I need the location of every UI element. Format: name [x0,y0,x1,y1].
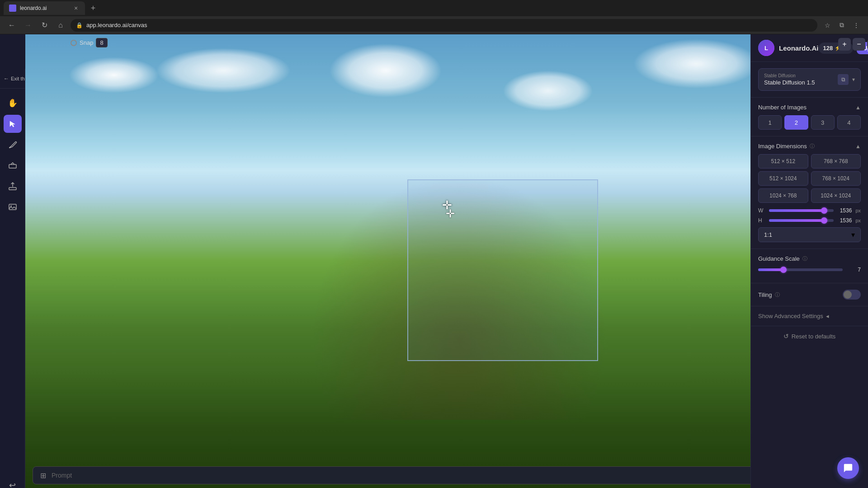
exit-arrow-icon: ← [4,75,9,82]
width-slider-row: W 1536 px [758,207,861,214]
erase-tool[interactable] [4,156,22,174]
dim-768x1024[interactable]: 768 × 1024 [811,171,861,186]
image-tool[interactable] [4,198,22,216]
image-count-grid: 1 2 3 4 [758,115,861,130]
dimensions-presets-grid: 512 × 512 768 × 768 512 × 1024 768 × 102… [758,154,861,203]
prompt-input-area[interactable]: ⊞ Prompt [33,466,826,484]
snap-label: Snap [80,39,93,46]
reload-button[interactable]: ↻ [38,19,51,32]
tools-bottom: ↩ ↪ [4,476,22,488]
draw-tool[interactable] [4,136,22,154]
forward-button[interactable]: → [22,19,34,32]
select-tool[interactable] [4,115,22,133]
avatar: L [758,40,774,56]
guidance-title: Guidance Scale [758,255,800,262]
guidance-info-icon[interactable]: ⓘ [802,255,807,262]
dim-512x512[interactable]: 512 × 512 [758,154,808,169]
height-slider-thumb[interactable] [821,217,827,224]
advanced-settings-arrow: ◂ [826,313,829,319]
dim-1024x1024[interactable]: 1024 × 1024 [811,188,861,203]
reset-icon: ↺ [783,333,789,340]
zoom-out-button[interactable]: − [853,38,865,51]
snap-value[interactable]: 8 [96,38,107,47]
undo-button[interactable]: ↩ [4,476,22,488]
count-3-button[interactable]: 3 [811,115,835,130]
tab-title: leonardo.ai [20,5,69,11]
back-button[interactable]: ← [5,19,18,32]
new-tab-button[interactable]: + [87,2,99,14]
reset-button[interactable]: ↺ Reset to defaults [783,333,836,340]
address-bar[interactable]: 🔒 app.leonardo.ai/canvas [71,19,817,32]
model-selector[interactable]: Stable Diffusion Stable Diffusion 1.5 ⧉ … [758,68,861,91]
dimensions-collapse[interactable]: ▲ [855,143,861,150]
bookmark-button[interactable]: ☆ [821,19,834,32]
upload-tool[interactable] [4,177,22,195]
nav-actions: ☆ ⧉ ⋮ [821,19,863,32]
tiling-info-icon[interactable]: ⓘ [775,291,780,298]
canvas-area[interactable]: Snap 8 + − 25% ✛ This will use 8 tokens … [25,34,868,488]
height-label: H [758,217,765,224]
zoom-in-button[interactable]: + [838,38,851,51]
tiling-toggle[interactable] [843,290,861,300]
tiling-section: Tiling ⓘ [751,283,868,306]
reset-section: ↺ Reset to defaults [751,326,868,346]
home-button[interactable]: ⌂ [54,19,67,32]
advanced-settings-button[interactable]: Show Advanced Settings ◂ [758,313,861,319]
advanced-settings-label: Show Advanced Settings [758,313,823,319]
menu-button[interactable]: ⋮ [850,19,863,32]
guidance-scale-section: Guidance Scale ⓘ 7 [751,249,868,283]
dim-512x1024[interactable]: 512 × 1024 [758,171,808,186]
number-of-images-section: Number of Images ▲ 1 2 3 4 [751,98,868,136]
tiling-toggle-thumb [844,291,852,299]
snap-control: Snap 8 [71,38,108,47]
count-4-button[interactable]: 4 [837,115,861,130]
svg-point-4 [10,206,12,207]
exit-editor-button[interactable]: ← Exit the editor [0,69,25,89]
svg-rect-3 [9,204,16,210]
number-images-collapse[interactable]: ▲ [855,104,861,111]
snap-checkbox[interactable] [71,40,77,46]
height-slider-fill [769,219,824,222]
svg-point-0 [9,147,10,148]
model-copy-button[interactable]: ⧉ [838,74,849,85]
extensions-button[interactable]: ⧉ [835,19,848,32]
dim-1024x768[interactable]: 1024 × 768 [758,188,808,203]
height-unit: px [855,218,861,223]
user-info: L Leonardo.Ai [758,40,819,56]
width-unit: px [855,208,861,213]
dims-header: Image Dimensions ⓘ [758,143,815,150]
active-tab[interactable]: leonardo.ai × [4,1,85,15]
chat-bubble-button[interactable] [837,457,859,479]
guidance-slider[interactable] [758,268,843,271]
width-slider[interactable] [769,209,834,212]
dim-768x768[interactable]: 768 × 768 [811,154,861,169]
width-label: W [758,207,765,214]
tab-favicon [9,5,16,12]
svg-rect-1 [9,164,16,168]
browser-nav: ← → ↻ ⌂ 🔒 app.leonardo.ai/canvas ☆ ⧉ ⋮ [0,16,868,34]
prompt-icon: ⊞ [40,471,46,480]
model-dropdown-arrow: ▾ [852,76,855,83]
model-category: Stable Diffusion [764,73,815,78]
hand-tool[interactable]: ✋ [4,94,22,112]
model-section: Stable Diffusion Stable Diffusion 1.5 ⧉ … [751,62,868,98]
width-value: 1536 [837,207,852,214]
image-dimensions-section: Image Dimensions ⓘ ▲ 512 × 512 768 × 768… [751,136,868,249]
advanced-settings-section: Show Advanced Settings ◂ [751,306,868,326]
width-slider-thumb[interactable] [821,207,827,214]
height-slider-row: H 1536 px [758,217,861,224]
url-text: app.leonardo.ai/canvas [86,22,147,28]
tab-close-button[interactable]: × [72,5,80,12]
exit-label: Exit the editor [11,76,25,81]
dimensions-info-icon[interactable]: ⓘ [810,143,815,150]
lock-icon: 🔒 [76,22,83,28]
count-2-button[interactable]: 2 [784,115,808,130]
aspect-ratio-selector[interactable]: 1:1 ▾ [758,227,861,242]
dimensions-header: Image Dimensions ⓘ ▲ [758,143,861,150]
guidance-slider-row: 7 [758,267,861,273]
guidance-slider-thumb[interactable] [780,267,787,273]
count-1-button[interactable]: 1 [758,115,782,130]
height-slider[interactable] [769,219,834,222]
left-tools-panel: ← Exit the editor ✋ [0,69,25,488]
guidance-slider-fill [758,268,783,271]
